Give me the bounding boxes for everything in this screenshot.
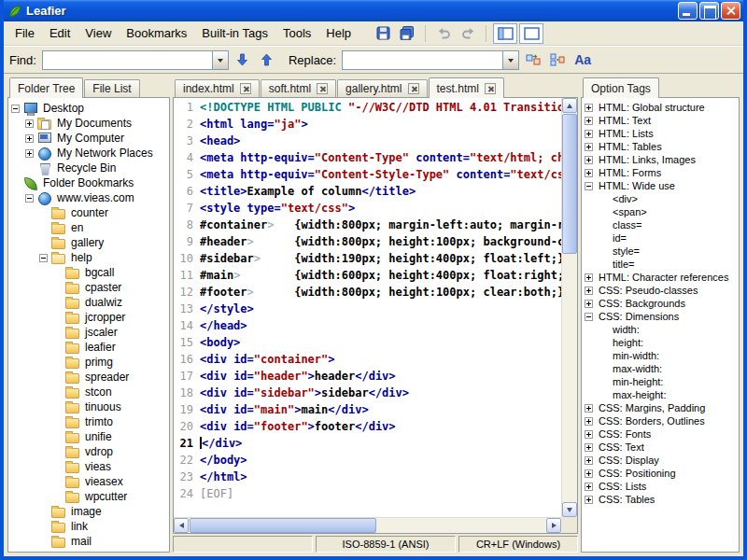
collapse-icon[interactable] [11, 105, 20, 113]
expand-icon[interactable] [25, 134, 34, 143]
tree-item-min-height[interactable]: min-height: [582, 375, 739, 388]
save-all-button[interactable] [396, 23, 418, 44]
collapse-icon[interactable] [25, 194, 34, 203]
tab-index-html[interactable]: index.html [175, 79, 260, 97]
menu-item-edit[interactable]: Edit [42, 22, 78, 44]
menu-item-view[interactable]: View [78, 22, 119, 44]
maximize-button[interactable] [699, 2, 719, 20]
code-line[interactable]: 5<meta http-equiv="Content-Style-Type" c… [174, 166, 561, 183]
expand-icon[interactable] [585, 456, 593, 465]
tree-item-css-positioning[interactable]: CSS: Positioning [582, 467, 739, 480]
find-dropdown-icon[interactable] [212, 51, 228, 69]
code-line[interactable]: 17<div id="header">header</div> [174, 368, 561, 385]
tree-item-html-lists[interactable]: HTML: Lists [582, 127, 739, 140]
editor-horizontal-scrollbar[interactable] [174, 517, 561, 533]
expand-icon[interactable] [25, 149, 34, 158]
scroll-up-icon[interactable] [562, 98, 577, 113]
tree-item-jcropper[interactable]: jcropper [8, 310, 169, 325]
replace-all-button[interactable] [547, 49, 568, 70]
menu-item-help[interactable]: Help [318, 22, 359, 44]
tree-item-vdrop[interactable]: vdrop [8, 444, 169, 459]
menu-item-tools[interactable]: Tools [275, 22, 318, 44]
editor-vertical-scrollbar[interactable] [561, 98, 577, 517]
code-editor[interactable]: 1<!DOCTYPE HTML PUBLIC "-//W3C//DTD HTML… [173, 97, 578, 534]
expand-icon[interactable] [585, 156, 593, 164]
replace-combobox[interactable] [342, 50, 519, 70]
tree-item-www-vieas-com[interactable]: www.vieas.com [8, 190, 169, 205]
code-line[interactable]: 12#footer> {width:800px; height:100px; c… [174, 284, 561, 301]
code-line[interactable]: 19<div id="main">main</div> [174, 401, 561, 418]
menu-item-file[interactable]: File [7, 22, 42, 44]
tree-item-recycle-bin[interactable]: Recycle Bin [8, 161, 169, 175]
tree-item-css-pseudo-classes[interactable]: CSS: Pseudo-classes [582, 284, 739, 297]
expand-icon[interactable] [585, 117, 593, 125]
code-line[interactable]: 14</head> [174, 317, 561, 334]
tree-item-css-backgrounds[interactable]: CSS: Backgrounds [582, 297, 739, 310]
code-line[interactable]: 20<div id="footer">footer</div> [174, 418, 561, 435]
tree-item-primg[interactable]: primg [8, 355, 169, 370]
tree-item-html-character-references[interactable]: HTML: Character references [582, 271, 739, 284]
expand-icon[interactable] [585, 443, 593, 452]
find-previous-button[interactable] [257, 49, 277, 70]
code-line[interactable]: 21</div> [174, 435, 561, 452]
tab-folder-tree[interactable]: Folder Tree [9, 77, 83, 98]
undo-button[interactable] [432, 23, 455, 44]
expand-icon[interactable] [585, 143, 593, 151]
tree-item-span[interactable]: <span> [582, 205, 739, 218]
tree-item-trimto[interactable]: trimto [8, 414, 169, 429]
tree-item-width[interactable]: width: [582, 323, 739, 336]
replace-button[interactable] [523, 49, 543, 70]
collapse-icon[interactable] [585, 182, 593, 190]
code-line[interactable]: 7<style type="text/css"> [174, 200, 561, 217]
code-line[interactable]: 9#header> {width:800px; height:100px; ba… [174, 233, 561, 250]
tree-item-css-borders-outlines[interactable]: CSS: Borders, Outlines [582, 414, 739, 427]
horizontal-scrollbar-thumb[interactable] [190, 518, 376, 533]
code-line[interactable]: 16<div id="container"> [174, 351, 561, 368]
expand-icon[interactable] [585, 483, 593, 491]
tree-item-desktop[interactable]: Desktop [8, 101, 169, 116]
scroll-down-icon[interactable] [562, 502, 577, 517]
code-line[interactable]: 18<div id="sidebar">sidebar</div> [174, 385, 561, 401]
tree-item-css-fonts[interactable]: CSS: Fonts [582, 427, 739, 441]
tree-item-stcon[interactable]: stcon [8, 385, 169, 399]
tree-item-counter[interactable]: counter [8, 205, 169, 220]
expand-icon[interactable] [585, 300, 593, 308]
menu-item-bookmarks[interactable]: Bookmarks [119, 22, 194, 44]
tab-close-icon[interactable] [317, 83, 328, 94]
code-line[interactable]: 23</html> [174, 469, 561, 485]
tree-item-vieas[interactable]: vieas [8, 459, 169, 474]
code-line[interactable]: 24[EOF] [174, 485, 561, 502]
tree-item-jscaler[interactable]: jscaler [8, 325, 169, 340]
match-case-button[interactable]: Aa [571, 49, 594, 70]
tree-item-div[interactable]: <div> [582, 192, 739, 205]
tree-item-mail[interactable]: mail [8, 534, 169, 549]
code-line[interactable]: 15<body> [174, 334, 561, 351]
tree-item-max-width[interactable]: max-width: [582, 362, 739, 375]
code-line[interactable]: 8#container> {width:800px; margin-left:a… [174, 217, 561, 233]
tab-gallery-html[interactable]: gallery.html [337, 79, 427, 97]
expand-icon[interactable] [585, 169, 593, 177]
expand-icon[interactable] [585, 469, 593, 478]
tree-item-dualwiz[interactable]: dualwiz [8, 295, 169, 310]
tree-item-html-global-structure[interactable]: HTML: Global structure [582, 101, 739, 114]
save-button[interactable] [372, 23, 394, 44]
tree-item-html-text[interactable]: HTML: Text [582, 114, 739, 127]
tree-item-bgcall[interactable]: bgcall [8, 265, 169, 280]
layout-sidebar-toggle-button[interactable] [493, 23, 517, 44]
tree-item-html-links-images[interactable]: HTML: Links, Images [582, 153, 739, 166]
tree-item-my-documents[interactable]: My Documents [8, 116, 169, 131]
close-button[interactable] [721, 2, 740, 20]
vertical-scrollbar-thumb[interactable] [562, 114, 577, 254]
code-line[interactable]: 13</style> [174, 301, 561, 317]
tree-item-leafier[interactable]: leafier [8, 340, 169, 355]
tree-item-link[interactable]: link [8, 519, 169, 534]
tab-soft-html[interactable]: soft.html [261, 79, 336, 97]
tree-item-css-lists[interactable]: CSS: Lists [582, 480, 739, 493]
tree-item-title[interactable]: title= [582, 258, 739, 271]
replace-dropdown-icon[interactable] [502, 51, 518, 69]
code-line[interactable]: 22</body> [174, 452, 561, 469]
expand-icon[interactable] [585, 430, 593, 439]
redo-button[interactable] [457, 23, 479, 44]
tree-item-css-tables[interactable]: CSS: Tables [582, 493, 739, 506]
find-input[interactable] [43, 51, 212, 69]
